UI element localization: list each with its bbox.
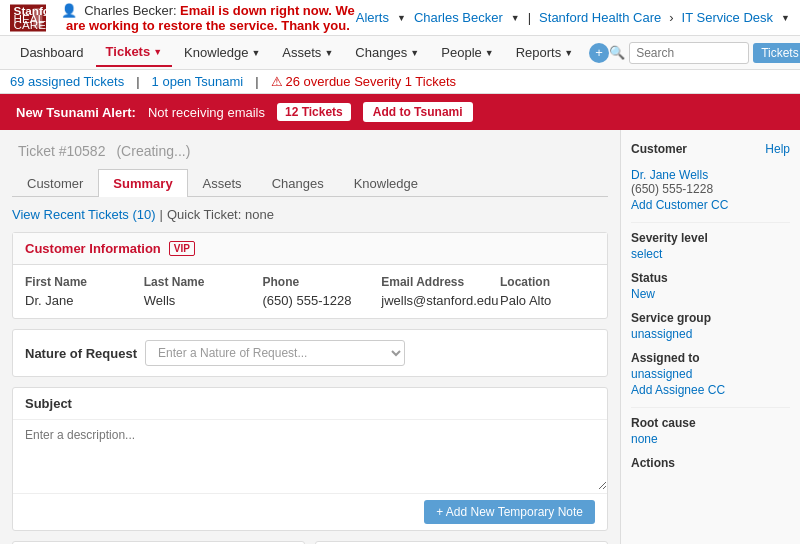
sidebar-service-group-label: Service group (631, 311, 790, 325)
col-email-header: Email Address (381, 275, 500, 289)
tsunami-add-button[interactable]: Add to Tsunami (363, 102, 473, 122)
subject-footer: + Add New Temporary Note (13, 493, 607, 530)
nav-changes[interactable]: Changes ▼ (345, 39, 429, 66)
tsunami-stat[interactable]: 1 open Tsunami (152, 74, 244, 89)
alerts-link[interactable]: Alerts (356, 10, 389, 25)
sidebar-status-section: Status New (631, 271, 790, 301)
nav-bar: Dashboard Tickets ▼ Knowledge ▼ Assets ▼… (0, 36, 800, 70)
add-temp-note-button[interactable]: + Add New Temporary Note (424, 500, 595, 524)
nav-tickets[interactable]: Tickets ▼ (96, 38, 173, 67)
nav-knowledge-label: Knowledge (184, 45, 248, 60)
alerts-dropdown-icon[interactable]: ▼ (397, 13, 406, 23)
sidebar-root-cause-label: Root cause (631, 416, 790, 430)
stats-bar: 69 assigned Tickets | 1 open Tsunami | ⚠… (0, 70, 800, 94)
tsunami-label: New Tsunami Alert: (16, 105, 136, 120)
tab-knowledge[interactable]: Knowledge (339, 169, 433, 197)
sidebar-add-cc-link[interactable]: Add Customer CC (631, 198, 790, 212)
alert-username: Charles Becker: (84, 3, 176, 18)
main-content: Ticket #10582 (Creating...) Customer Sum… (0, 130, 800, 544)
sidebar-severity-label: Severity level (631, 231, 790, 245)
col-last-name-header: Last Name (144, 275, 263, 289)
sidebar-assigned-to-value[interactable]: unassigned (631, 367, 790, 381)
nav-assets[interactable]: Assets ▼ (272, 39, 343, 66)
info-data-row: Dr. Jane Wells (650) 555-1228 jwells@sta… (25, 293, 595, 308)
tickets-dropdown-icon: ▼ (153, 47, 162, 57)
col-phone-header: Phone (263, 275, 382, 289)
plus-icon: + (595, 45, 603, 60)
nature-of-request-label: Nature of Request (25, 346, 145, 361)
assets-dropdown-icon: ▼ (324, 48, 333, 58)
quick-links: View Recent Tickets (10) | Quick Ticket:… (12, 207, 608, 222)
overdue-label: 26 overdue Severity 1 Tickets (286, 74, 457, 89)
separator: | (160, 207, 163, 222)
tab-changes[interactable]: Changes (257, 169, 339, 197)
customer-info-body: First Name Last Name Phone Email Address… (13, 265, 607, 318)
nav-assets-label: Assets (282, 45, 321, 60)
subject-box: Subject + Add New Temporary Note (12, 387, 608, 531)
tsunami-detail: Not receiving emails (148, 105, 265, 120)
sidebar-actions-label: Actions (631, 456, 790, 470)
ticket-number: Ticket #10582 (18, 143, 105, 159)
col-first-name-header: First Name (25, 275, 144, 289)
sidebar-customer-title: Customer (631, 142, 687, 156)
tsunami-count: 12 Tickets (277, 103, 351, 121)
overdue-stat[interactable]: ⚠ 26 overdue Severity 1 Tickets (271, 74, 457, 89)
sidebar-customer-section: Dr. Jane Wells (650) 555-1228 Add Custom… (631, 168, 790, 212)
search-box: 🔍 Tickets ▼ (609, 42, 800, 64)
people-dropdown-icon: ▼ (485, 48, 494, 58)
nav-people-label: People (441, 45, 481, 60)
email-value: jwells@stanford.edu (381, 293, 500, 308)
it-service-dropdown-icon[interactable]: ▼ (781, 13, 790, 23)
search-input[interactable] (629, 42, 749, 64)
knowledge-dropdown-icon: ▼ (251, 48, 260, 58)
nav-dashboard[interactable]: Dashboard (10, 39, 94, 66)
ticket-status: (Creating...) (116, 143, 190, 159)
separator2: › (669, 10, 673, 25)
sidebar-severity-value[interactable]: select (631, 247, 790, 261)
charles-dropdown-icon[interactable]: ▼ (511, 13, 520, 23)
separator-dot2: | (255, 74, 258, 89)
nature-of-request-row: Nature of Request Enter a Nature of Requ… (12, 329, 608, 377)
nav-plus-button[interactable]: + (589, 43, 609, 63)
sidebar-root-cause-section: Root cause none (631, 416, 790, 446)
stanford-link[interactable]: Stanford Health Care (539, 10, 661, 25)
svg-rect-4 (33, 8, 42, 28)
vip-badge: VIP (169, 241, 195, 256)
top-right-controls: Alerts ▼ Charles Becker ▼ | Stanford Hea… (356, 10, 790, 25)
separator-dot1: | (136, 74, 139, 89)
sidebar-divider2 (631, 407, 790, 408)
sidebar-help-row: Customer Help (631, 142, 790, 158)
sidebar-service-group-value[interactable]: unassigned (631, 327, 790, 341)
sidebar-root-cause-value[interactable]: none (631, 432, 790, 446)
first-name-value: Dr. Jane (25, 293, 144, 308)
assigned-tickets-stat[interactable]: 69 assigned Tickets (10, 74, 124, 89)
sidebar-help-link[interactable]: Help (765, 142, 790, 158)
nav-reports-label: Reports (516, 45, 562, 60)
sidebar-status-label: Status (631, 271, 790, 285)
nav-reports[interactable]: Reports ▼ (506, 39, 583, 66)
ticket-title: Ticket #10582 (Creating...) (12, 140, 608, 161)
nav-people[interactable]: People ▼ (431, 39, 503, 66)
quick-ticket-value: Quick Ticket: none (167, 207, 274, 222)
sidebar-add-assignee-link[interactable]: Add Assignee CC (631, 383, 790, 397)
tab-summary[interactable]: Summary (98, 169, 187, 197)
subject-header: Subject (13, 388, 607, 420)
tickets-search-button[interactable]: Tickets (753, 43, 800, 63)
tab-customer[interactable]: Customer (12, 169, 98, 197)
customer-info-header: Customer Information VIP (13, 233, 607, 265)
nature-of-request-select[interactable]: Enter a Nature of Request... (145, 340, 405, 366)
sidebar-severity-section: Severity level select (631, 231, 790, 261)
sidebar-divider1 (631, 222, 790, 223)
phone-value: (650) 555-1228 (263, 293, 382, 308)
sidebar-customer-name[interactable]: Dr. Jane Wells (631, 168, 790, 182)
view-recent-tickets-link[interactable]: View Recent Tickets (10) (12, 207, 156, 222)
info-header-row: First Name Last Name Phone Email Address… (25, 275, 595, 289)
search-icon: 🔍 (609, 45, 625, 60)
nav-tickets-label: Tickets (106, 44, 151, 59)
charles-link[interactable]: Charles Becker (414, 10, 503, 25)
sidebar-status-value[interactable]: New (631, 287, 790, 301)
subject-textarea[interactable] (13, 420, 607, 490)
nav-knowledge[interactable]: Knowledge ▼ (174, 39, 270, 66)
it-service-link[interactable]: IT Service Desk (682, 10, 774, 25)
tab-assets[interactable]: Assets (188, 169, 257, 197)
